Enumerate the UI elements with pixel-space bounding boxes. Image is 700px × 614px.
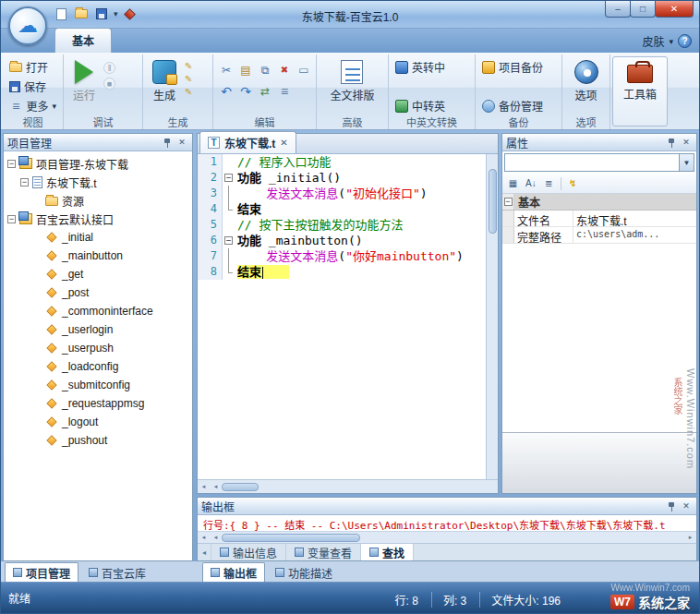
stop-icon[interactable]: ■ — [103, 78, 115, 90]
editor-horizontal-scrollbar[interactable]: ◂ ◂ — [198, 479, 498, 493]
maximize-button[interactable]: □ — [630, 1, 656, 18]
events-icon[interactable]: ↯ — [565, 175, 581, 191]
output-tab[interactable]: 输出信息 — [211, 544, 286, 560]
editor-tab[interactable]: T 东坡下载.t ✕ — [199, 131, 296, 153]
output-tab[interactable]: 查找 — [361, 544, 414, 560]
skin-menu[interactable]: 皮肤 — [642, 33, 664, 49]
collapse-toggle-icon[interactable]: − — [7, 215, 16, 223]
replace-icon[interactable] — [257, 83, 273, 99]
fold-margin[interactable]: − — [223, 170, 235, 186]
alphabetical-sort-icon[interactable]: A↓ — [523, 175, 539, 191]
collapse-icon[interactable]: − — [504, 198, 513, 206]
chevron-down-icon[interactable]: ▼ — [679, 154, 694, 171]
options-button[interactable]: 选项 — [568, 56, 605, 116]
code-line[interactable]: 2−功能 _initial() — [198, 170, 486, 186]
code-line[interactable]: 3 发送文本消息("初始化接口") — [198, 186, 486, 201]
close-panel-icon[interactable]: ✕ — [680, 500, 693, 512]
tree-item[interactable]: _post — [4, 283, 192, 302]
build-button[interactable]: 生成 — [146, 56, 183, 116]
skin-dropdown-icon[interactable]: ▾ — [669, 37, 673, 46]
titlebar[interactable]: ▾ 东坡下载-百宝云1.0 – □ ✕ — [1, 1, 699, 29]
fold-collapse-icon[interactable]: − — [224, 236, 233, 245]
scroll-right-icon[interactable]: ▸ — [684, 531, 696, 544]
tree-item[interactable]: _pushout — [4, 431, 192, 450]
tree-item[interactable]: _commoninterface — [4, 302, 192, 320]
tree-item[interactable]: −百宝云默认接口 — [4, 210, 192, 228]
redo-icon[interactable] — [237, 83, 254, 99]
tree-item[interactable]: _get — [4, 265, 192, 283]
tree-item[interactable]: _submitconfig — [4, 376, 192, 394]
tree-item[interactable]: _loadconfig — [4, 357, 192, 376]
cn-to-en-button[interactable]: 中转英 — [392, 96, 472, 115]
output-horizontal-scrollbar[interactable]: ◂ ◂ ▸ — [198, 531, 696, 543]
backup-manage-button[interactable]: 备份管理 — [478, 96, 559, 115]
editor-tab-close-icon[interactable]: ✕ — [280, 138, 287, 148]
property-value[interactable]: c:\users\adm... — [573, 227, 696, 243]
scrollbar-thumb[interactable] — [222, 483, 259, 491]
tab-scroll-left-icon[interactable]: ◂ — [198, 544, 211, 560]
scrollbar-thumb[interactable] — [222, 534, 360, 542]
delete-icon[interactable] — [276, 62, 293, 78]
run-button[interactable]: 运行 — [66, 56, 102, 116]
project-backup-button[interactable]: 项目备份 — [478, 57, 559, 77]
tree-item[interactable]: _initial — [4, 228, 192, 247]
undo-icon[interactable] — [218, 83, 235, 99]
dock-tab[interactable]: 百宝云库 — [80, 562, 154, 582]
close-panel-icon[interactable]: ✕ — [680, 137, 693, 149]
paste-icon[interactable] — [237, 62, 254, 78]
property-category-row[interactable]: − 基本 — [502, 194, 696, 211]
tree-item[interactable]: _userlogin — [4, 320, 192, 339]
tree-item[interactable]: _userpush — [4, 339, 192, 357]
fold-margin[interactable]: − — [223, 233, 235, 248]
fold-collapse-icon[interactable]: − — [224, 174, 233, 182]
edit-config-icon[interactable]: ✎ — [185, 75, 192, 84]
save-button[interactable]: 保存 — [6, 77, 60, 96]
more-button[interactable]: 更多 ▾ — [6, 96, 60, 115]
scroll-left-icon[interactable]: ◂ — [198, 480, 210, 493]
format-lines-icon[interactable] — [276, 83, 293, 99]
close-panel-icon[interactable]: ✕ — [175, 137, 188, 149]
close-button[interactable]: ✕ — [655, 1, 694, 18]
edit-script-icon[interactable]: ✎ — [185, 62, 192, 71]
code-line[interactable]: 7 发送文本消息("你好mainbutton") — [198, 248, 486, 264]
collapse-toggle-icon[interactable]: − — [20, 178, 29, 187]
select-all-icon[interactable] — [296, 62, 312, 78]
dock-tab[interactable]: 输出框 — [202, 562, 265, 582]
en-to-cn-button[interactable]: 英转中 — [392, 57, 472, 77]
pin-icon[interactable] — [161, 137, 174, 149]
property-value[interactable]: 东坡下载.t — [573, 211, 696, 226]
code-line[interactable]: 4结束 — [198, 201, 486, 217]
code-lines[interactable]: 1// 程序入口功能2−功能 _initial()3 发送文本消息("初始化接口… — [198, 154, 486, 479]
dock-tab[interactable]: 项目管理 — [5, 562, 78, 582]
cut-icon[interactable] — [218, 62, 235, 78]
pause-icon[interactable]: ‖ — [103, 62, 115, 74]
code-line[interactable]: 1// 程序入口功能 — [198, 154, 486, 170]
scroll-left2-icon[interactable]: ◂ — [210, 480, 222, 493]
code-line[interactable]: 6−功能 _mainbutton() — [198, 233, 486, 248]
scroll-left-icon[interactable]: ◂ — [198, 531, 210, 544]
property-row[interactable]: 完整路径c:\users\adm... — [502, 227, 696, 244]
scroll-left2-icon[interactable]: ◂ — [210, 531, 222, 544]
dock-tab[interactable]: 功能描述 — [267, 562, 341, 582]
copy-icon[interactable] — [257, 62, 273, 78]
help-icon[interactable]: ? — [678, 34, 692, 48]
code-line[interactable]: 5// 按下主按钮触发的功能方法 — [198, 217, 486, 233]
edit-resource-icon[interactable]: ✎ — [185, 88, 192, 97]
object-selector[interactable]: ▼ — [504, 153, 694, 172]
property-list-icon[interactable]: ≣ — [541, 175, 557, 191]
scrollbar-thumb[interactable] — [489, 169, 497, 234]
output-message[interactable]: 行号:{ 8 } -- 结束 -- C:\Users\Administrator… — [198, 515, 696, 531]
minimize-button[interactable]: – — [605, 1, 631, 18]
tree-item[interactable]: −东坡下载.t — [4, 173, 192, 191]
pin-icon[interactable] — [665, 137, 678, 149]
full-format-button[interactable]: 全文排版 — [323, 56, 380, 116]
toolbox-button[interactable]: 工具箱 — [617, 57, 663, 103]
categorized-view-icon[interactable]: ▦ — [505, 175, 521, 191]
property-row[interactable]: 文件名东坡下载.t — [502, 211, 696, 227]
output-tab[interactable]: 变量查看 — [286, 544, 361, 560]
editor-vertical-scrollbar[interactable] — [486, 154, 498, 479]
tree-item[interactable]: −项目管理-东坡下载 — [4, 154, 192, 173]
tab-basic[interactable]: 基本 — [54, 28, 112, 53]
tree-item[interactable]: _logout — [4, 413, 192, 431]
app-menu-orb[interactable]: ☁ — [8, 6, 47, 45]
